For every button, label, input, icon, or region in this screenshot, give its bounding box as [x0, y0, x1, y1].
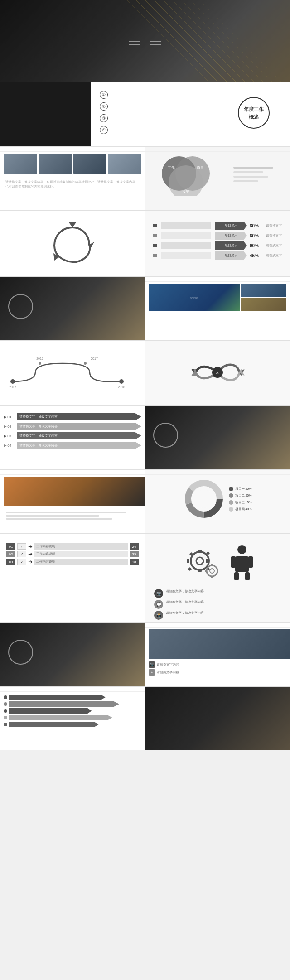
list-item: ①: [100, 91, 218, 99]
photo-blue: [241, 284, 286, 297]
svg-rect-32: [198, 550, 202, 553]
donut-area: 项目一 25% 项目二 20% 项目三 15% 项目四 40%: [145, 475, 290, 523]
slide-6-left: 2015 2016 2017 2018: [0, 341, 145, 405]
cover-meta: [129, 41, 161, 45]
flag-item-2: ▶ 02 请替换文字，修改文字内容: [4, 423, 141, 430]
contents-list: ① ② ③ ④: [100, 91, 218, 138]
slide-10-right: 📷 请替换文字内容 + 请替换文字内容: [145, 623, 290, 686]
ribbon-item-3: 项目展示 90% 请替换文字: [153, 241, 282, 250]
svg-line-3: [172, 0, 254, 82]
svg-text:成果: 成果: [182, 190, 189, 194]
svg-rect-35: [206, 559, 208, 563]
slide-5: ocean: [0, 277, 290, 340]
svg-point-46: [237, 545, 246, 554]
svg-point-31: [196, 557, 203, 565]
ribbon-arrow-3: 项目展示: [215, 241, 247, 250]
gears-svg: [179, 543, 225, 584]
flag-item-4: ▶ 04 请替换文字，修改文字内容: [4, 442, 141, 449]
timeline-area: 2015 2016 2017 2018: [0, 346, 145, 394]
check-box-1: 01: [6, 543, 15, 550]
slide-5-right: ocean: [145, 277, 290, 340]
svg-rect-42: [211, 564, 213, 566]
winding-svg: 2015 2016 2017 2018: [4, 350, 130, 391]
slide-8-left: [0, 470, 145, 533]
ribbon-desc-1: 请替换文字: [266, 223, 282, 228]
venn-diagram: 工作 项目 成果: [145, 152, 290, 197]
list-item: ④: [100, 126, 218, 134]
svg-rect-51: [245, 572, 250, 580]
svg-rect-34: [187, 559, 189, 563]
funnel-row-4: [4, 715, 141, 720]
part-circle: 年度工作 概述: [238, 97, 270, 129]
list-item: ②: [100, 102, 218, 111]
part-text-2: 概述: [249, 114, 259, 121]
prog-bars-10: 📷 请替换文字内容 + 请替换文字内容: [145, 661, 290, 676]
svg-rect-39: [188, 567, 192, 571]
slide-9-right: 📷 请替换文字，修改文字内容 💬 请替换文字，修改文字内容 📸 请替换文字，修改…: [145, 534, 290, 622]
slide-3-right: 工作 项目 成果: [145, 147, 290, 210]
slide-3-left: 请替换文字，修改文字内容，也可以直接复制你的内容放到此处。请替换文字，修改文字内…: [0, 147, 145, 210]
slide-11-left: [0, 687, 145, 750]
svg-line-5: [190, 0, 272, 82]
svg-point-22: [84, 362, 87, 365]
svg-line-2: [163, 0, 245, 82]
slide-10-left: [0, 623, 145, 686]
slide-cover: [0, 0, 290, 82]
slide-9-left-title: [0, 534, 145, 539]
slide-3-right-title: [145, 147, 290, 152]
slide-5-right-title: [145, 277, 290, 282]
svg-rect-44: [205, 570, 207, 572]
slide-10-right-title: [145, 623, 290, 628]
cover-date: [150, 41, 161, 45]
ribbon-pct-2: 60%: [250, 233, 263, 238]
funnel-row-3: [4, 708, 141, 714]
svg-rect-49: [248, 556, 253, 568]
svg-rect-50: [234, 572, 239, 580]
svg-rect-45: [217, 570, 218, 572]
svg-text:工作: 工作: [168, 166, 175, 170]
slide-7-left: ▶ 01 请替换文字，修改文字内容 ▶ 02 请替换文字，修改文字内容 ▶ 03…: [0, 406, 145, 469]
slide-9-left: 01 ✓ ➜ 工作内容说明 24 02 ✓ ➜ 工作内容说明 35 03 ✓ ➜…: [0, 534, 145, 622]
svg-point-41: [210, 569, 214, 573]
funnel-arrows: [0, 692, 145, 730]
photo-2: [39, 154, 72, 174]
svg-rect-33: [198, 569, 202, 572]
photo-col: [241, 284, 286, 311]
slide-4-right: 项目展示 80% 请替换文字 项目展示 60% 请替换文字 项目展示 90% 请…: [145, 211, 290, 276]
photo-grid-5: ocean: [145, 282, 290, 314]
slide-8: 项目一 25% 项目二 20% 项目三 15% 项目四 40%: [0, 470, 290, 533]
ribbon-arrow-2: 项目展示: [215, 232, 247, 240]
item-num-2: ②: [100, 102, 108, 111]
contents-right: ① ② ③ ④ 年度工作 概述: [91, 82, 290, 146]
flag-item-1: ▶ 01 请替换文字，修改文字内容: [4, 413, 141, 420]
funnel-row-1: [4, 695, 141, 700]
part-circle-7: [153, 423, 178, 448]
ribbon-desc-4: 请替换文字: [266, 253, 282, 258]
svg-text:2016: 2016: [36, 357, 44, 360]
svg-point-29: [195, 490, 213, 508]
svg-line-1: [154, 0, 236, 82]
ribbon-list: 项目展示 80% 请替换文字 项目展示 60% 请替换文字 项目展示 90% 请…: [145, 216, 290, 265]
slide-4-left-text: [0, 270, 145, 276]
svg-rect-47: [235, 556, 249, 572]
contents-left: [0, 82, 91, 146]
funnel-row-2: [4, 701, 141, 707]
slide-4-left-title: [0, 211, 145, 216]
contents-part: 年度工作 概述: [227, 97, 281, 131]
cover-reporter: [129, 41, 140, 45]
slide-3-left-text: 请替换文字，修改文字内容，也可以直接复制你的内容放到此处。请替换文字，修改文字内…: [0, 176, 145, 193]
ribbon-pct-4: 45%: [250, 253, 263, 258]
svg-point-21: [39, 362, 41, 365]
svg-point-40: [207, 565, 218, 576]
photo-gold: [241, 298, 286, 311]
svg-point-16: [119, 379, 124, 384]
ribbon-arrow-1: 项目展示: [215, 222, 247, 230]
slide-5-right-text: [145, 314, 290, 319]
venn-text: [231, 163, 285, 186]
photo-1: [4, 154, 37, 174]
ribbon-pct-1: 80%: [250, 223, 263, 228]
circular-arrows-svg: [45, 221, 100, 266]
photo-row: [0, 152, 145, 176]
slide-6-right-title: [145, 341, 290, 346]
slide-8-left-title: [0, 470, 145, 475]
